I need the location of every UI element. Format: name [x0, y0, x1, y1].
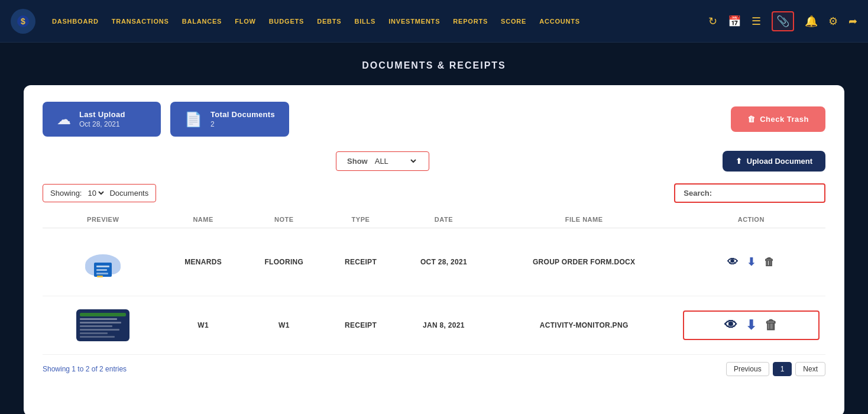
refresh-icon[interactable]: ↻: [708, 15, 717, 28]
col-filename: FILE NAME: [491, 211, 677, 228]
table-controls: Showing: 10 25 50 Documents Search:: [43, 183, 825, 203]
last-upload-value: Oct 28, 2021: [79, 120, 125, 128]
table-row: W1 W1 RECEIPT JAN 8, 2021 ACTIVITY-MONIT…: [43, 296, 825, 355]
nav-investments[interactable]: INVESTMENTS: [388, 18, 440, 25]
total-docs-value: 2: [210, 120, 275, 128]
paperclip-icon[interactable]: 📎: [772, 11, 794, 31]
preview-cell-2: [43, 296, 163, 355]
upload-document-button[interactable]: ⬆ Upload Document: [723, 151, 825, 172]
view-icon-2[interactable]: 👁: [724, 318, 737, 333]
total-docs-card: 📄 Total Documents 2: [170, 102, 289, 137]
preview-cell-1: [43, 228, 163, 296]
trash-icon: 🗑: [747, 115, 756, 124]
last-upload-card: ☁ Last Upload Oct 28, 2021: [43, 102, 161, 137]
filter-upload-row: Show ALL RECEIPT NOTE ⬆ Upload Document: [43, 151, 825, 172]
date-cell-2: JAN 8, 2021: [396, 296, 491, 355]
pagination: Previous 1 Next: [726, 362, 825, 376]
navbar: $ DASHBOARD TRANSACTIONS BALANCES FLOW B…: [0, 0, 868, 43]
nav-dashboard[interactable]: DASHBOARD: [52, 18, 99, 25]
total-docs-label: Total Documents: [210, 110, 275, 119]
showing-box: Showing: 10 25 50 Documents: [43, 184, 156, 202]
date-cell-1: OCT 28, 2021: [396, 228, 491, 296]
svg-rect-6: [96, 266, 109, 267]
check-trash-label: Check Trash: [760, 115, 809, 124]
col-type: TYPE: [325, 211, 396, 228]
top-stats-row: ☁ Last Upload Oct 28, 2021 📄 Total Docum…: [43, 102, 825, 137]
view-icon-1[interactable]: 👁: [727, 256, 738, 269]
col-note: NOTE: [243, 211, 325, 228]
bell-icon[interactable]: 🔔: [805, 15, 818, 28]
type-cell-1: RECEIPT: [325, 228, 396, 296]
filename-cell-1: GROUP ORDER FORM.DOCX: [491, 228, 677, 296]
col-preview: PREVIEW: [43, 211, 163, 228]
nav-flow[interactable]: FLOW: [235, 18, 256, 25]
delete-icon-2[interactable]: 🗑: [765, 318, 778, 333]
search-label: Search:: [684, 189, 712, 198]
note-cell-1: FLOORING: [243, 228, 325, 296]
document-icon: 📄: [184, 111, 202, 128]
nav-bills[interactable]: BILLS: [354, 18, 375, 25]
nav-icons: ↻ 📅 ☰ 📎 🔔 ⚙ ➦: [708, 11, 857, 31]
delete-icon-1[interactable]: 🗑: [764, 256, 775, 269]
cloud-preview-icon: [79, 241, 127, 283]
download-icon-2[interactable]: ⬇: [746, 318, 756, 333]
pagination-row: Showing 1 to 2 of 2 entries Previous 1 N…: [43, 362, 825, 376]
gear-icon[interactable]: ⚙: [828, 15, 838, 28]
check-trash-button[interactable]: 🗑 Check Trash: [731, 106, 825, 132]
svg-rect-7: [96, 269, 107, 271]
nav-transactions[interactable]: TRANSACTIONS: [112, 18, 169, 25]
nav-accounts[interactable]: ACCOUNTS: [539, 18, 580, 25]
name-cell-1: MENARDS: [163, 228, 242, 296]
svg-rect-8: [96, 273, 108, 274]
upload-icon: ⬆: [736, 157, 742, 166]
svg-rect-9: [97, 276, 103, 277]
search-box: Search:: [674, 183, 825, 203]
name-cell-2: W1: [163, 296, 242, 355]
search-input[interactable]: [717, 189, 816, 198]
download-icon-1[interactable]: ⬇: [747, 255, 756, 269]
nav-balances[interactable]: BALANCES: [182, 18, 222, 25]
logout-icon[interactable]: ➦: [848, 15, 857, 28]
show-filter-box: Show ALL RECEIPT NOTE: [336, 151, 429, 171]
next-button[interactable]: Next: [795, 362, 825, 376]
nav-reports[interactable]: REPORTS: [453, 18, 488, 25]
table-header-row: PREVIEW NAME NOTE TYPE DATE FILE NAME AC…: [43, 211, 825, 228]
list-icon[interactable]: ☰: [752, 15, 761, 28]
col-action: ACTION: [677, 211, 825, 228]
col-name: NAME: [163, 211, 242, 228]
nav-debts[interactable]: DEBTS: [317, 18, 341, 25]
action-cell-2: 👁 ⬇ 🗑: [677, 296, 825, 355]
show-select[interactable]: ALL RECEIPT NOTE: [373, 156, 418, 166]
page-1-button[interactable]: 1: [773, 362, 792, 376]
page-content: DOCUMENTS & RECEIPTS ☁ Last Upload Oct 2…: [0, 43, 868, 414]
action-cell-1: 👁 ⬇ 🗑: [677, 228, 825, 296]
svg-text:$: $: [21, 17, 25, 26]
prev-button[interactable]: Previous: [726, 362, 769, 376]
upload-cloud-icon: ☁: [57, 111, 71, 128]
calendar-icon[interactable]: 📅: [728, 15, 741, 28]
type-cell-2: RECEIPT: [325, 296, 396, 355]
table-row: MENARDS FLOORING RECEIPT OCT 28, 2021 GR…: [43, 228, 825, 296]
upload-label: Upload Document: [747, 157, 812, 166]
showing-count-select[interactable]: 10 25 50: [85, 188, 106, 198]
nav-score[interactable]: SCORE: [501, 18, 526, 25]
showing-suffix: Documents: [109, 189, 148, 198]
last-upload-label: Last Upload: [79, 110, 125, 119]
show-label: Show: [347, 157, 368, 166]
nav-links: DASHBOARD TRANSACTIONS BALANCES FLOW BUD…: [52, 18, 708, 25]
col-date: DATE: [396, 211, 491, 228]
note-cell-2: W1: [243, 296, 325, 355]
main-card: ☁ Last Upload Oct 28, 2021 📄 Total Docum…: [24, 85, 844, 414]
filename-cell-2: ACTIVITY-MONITOR.PNG: [491, 296, 677, 355]
page-title: DOCUMENTS & RECEIPTS: [24, 60, 844, 71]
showing-prefix: Showing:: [50, 189, 82, 198]
nav-budgets[interactable]: BUDGETS: [269, 18, 304, 25]
showing-entries: Showing 1 to 2 of 2 entries: [43, 365, 127, 373]
documents-table: PREVIEW NAME NOTE TYPE DATE FILE NAME AC…: [43, 211, 825, 355]
app-logo[interactable]: $: [11, 9, 35, 34]
